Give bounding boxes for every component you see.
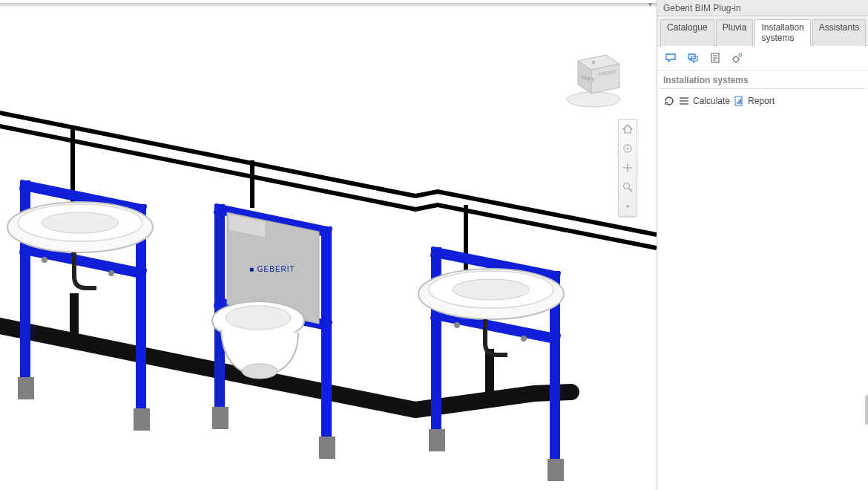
scene-svg: ■ GEBERIT: [0, 0, 657, 490]
svg-rect-7: [134, 408, 150, 431]
svg-rect-16: [319, 437, 335, 459]
svg-rect-48: [740, 99, 742, 104]
svg-point-18: [226, 306, 291, 330]
svg-point-19: [242, 364, 277, 379]
svg-point-41: [739, 53, 742, 56]
tab-installation-systems[interactable]: Installation systems: [754, 19, 810, 46]
report-label: Report: [748, 96, 775, 106]
svg-rect-20: [429, 429, 445, 451]
svg-rect-44: [680, 103, 688, 105]
viewport-3d[interactable]: ▾: [0, 0, 657, 490]
tab-pluvia[interactable]: Pluvia: [716, 19, 754, 46]
chat-icon[interactable]: [685, 50, 700, 65]
svg-rect-47: [739, 100, 740, 104]
svg-rect-42: [680, 97, 688, 99]
nav-zoom-icon[interactable]: [621, 180, 634, 194]
svg-point-24: [453, 279, 530, 300]
page-icon[interactable]: [708, 50, 723, 65]
refresh-button[interactable]: [663, 95, 675, 107]
svg-point-12: [108, 270, 114, 276]
svg-line-35: [629, 189, 632, 192]
report-button[interactable]: Report: [733, 95, 775, 107]
side-panel: Geberit BIM Plug-in Catalogue Pluvia Ins…: [657, 0, 868, 490]
svg-point-33: [627, 148, 629, 150]
action-row: Calculate Report: [657, 89, 868, 113]
svg-point-34: [624, 183, 630, 189]
svg-rect-15: [212, 407, 228, 429]
svg-point-11: [42, 257, 47, 263]
tab-assistants[interactable]: Assistants: [812, 19, 867, 46]
panel-title: Geberit BIM Plug-in: [657, 0, 868, 16]
svg-rect-43: [680, 100, 688, 102]
scrollbar-thumb[interactable]: [865, 395, 868, 425]
cistern-label: ■ GEBERIT: [249, 265, 295, 273]
comment-icon[interactable]: [663, 50, 678, 65]
calculate-label: Calculate: [693, 96, 730, 106]
section-header: Installation systems: [657, 71, 868, 88]
svg-rect-6: [18, 377, 34, 399]
calculate-button[interactable]: Calculate: [693, 96, 730, 106]
panel-body: [657, 113, 868, 490]
panel-toolbar: [657, 46, 868, 71]
svg-point-25: [454, 322, 460, 328]
svg-point-40: [734, 57, 739, 62]
panel-tabs: Catalogue Pluvia Installation systems As…: [657, 16, 868, 46]
settings-icon[interactable]: [730, 50, 745, 65]
svg-rect-46: [737, 102, 738, 104]
list-icon[interactable]: [678, 95, 690, 107]
svg-point-26: [521, 336, 527, 342]
tab-catalogue[interactable]: Catalogue: [660, 19, 714, 46]
nav-orbit-icon[interactable]: [621, 142, 634, 155]
nav-pan-icon[interactable]: [621, 161, 634, 174]
navigation-bar: ▾: [618, 119, 637, 217]
svg-rect-21: [548, 459, 564, 481]
nav-home-icon[interactable]: [621, 122, 634, 136]
svg-point-10: [42, 212, 119, 233]
nav-expand-icon[interactable]: ▾: [621, 200, 634, 213]
